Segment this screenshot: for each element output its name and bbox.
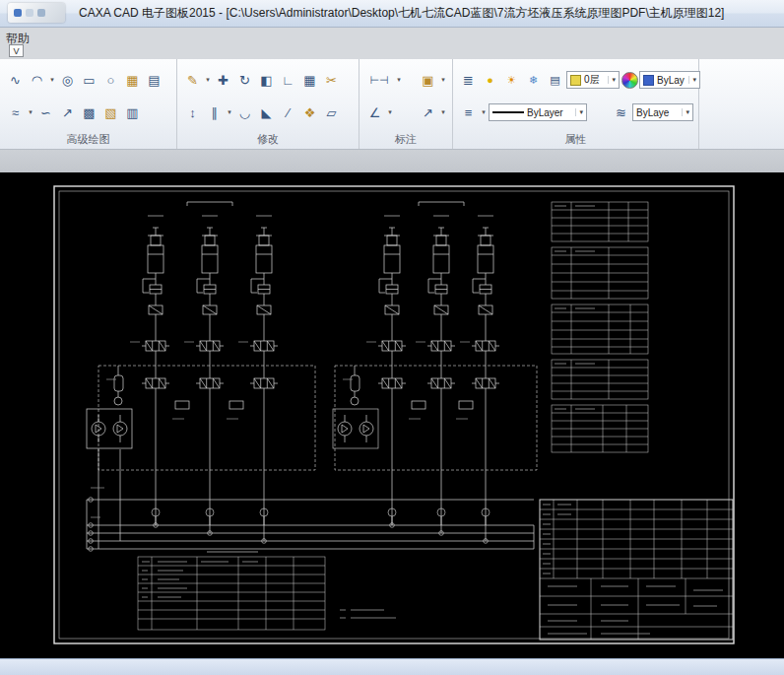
offset-icon[interactable]: ∥ (204, 102, 225, 123)
app-icon (8, 3, 65, 23)
spec-tables (552, 202, 648, 452)
polyline-icon[interactable]: ∽ (35, 102, 56, 123)
stretch-icon[interactable]: ↕ (182, 102, 203, 123)
arc-dropdown-caret[interactable]: ▾ (48, 76, 56, 84)
angle-dimension-icon[interactable]: ∠ (364, 102, 385, 123)
menu-strip: 帮助 V (0, 28, 784, 59)
spline-icon[interactable]: ∿ (5, 70, 26, 91)
arc-icon[interactable]: ◠ (27, 70, 47, 91)
wave-icon[interactable]: ≈ (5, 102, 26, 123)
table-text-marks (555, 206, 595, 409)
trim-icon[interactable]: ✂ (321, 70, 342, 91)
chamfer-icon[interactable]: ◣ (256, 102, 277, 123)
lineweight-dropdown-caret[interactable]: ▾ (480, 108, 488, 116)
title-block-text-marks (543, 505, 723, 634)
drawing-canvas[interactable] (0, 172, 784, 658)
solid-icon[interactable]: ▩ (79, 102, 99, 123)
layer-select-caret: ▾ (608, 76, 616, 84)
mirror-icon[interactable]: ◧ (256, 70, 277, 91)
erase-icon[interactable]: ✎ (182, 70, 203, 91)
status-bar (0, 658, 784, 675)
title-bar: CAXA CAD 电子图板2015 - [C:\Users\Administra… (0, 0, 784, 28)
version-dropdown-button[interactable]: V (9, 44, 24, 57)
break-icon[interactable]: ∕ (278, 102, 298, 123)
hydraulic-circuit-right (333, 202, 537, 470)
bus-lines (87, 449, 534, 551)
group-label-modify[interactable]: 修改 (177, 132, 359, 149)
ribbon-group-modify: ✎ ▾ ✚ ↻ ◧ ∟ ▦ ✂ ↕ ∥ ▾ ◡ ◣ ∕ ❖ ▱ 修改 (177, 59, 359, 149)
lineweight-select-value: ByLaye (636, 107, 669, 118)
fillet-icon[interactable]: ◡ (234, 102, 255, 123)
offset-dropdown-caret[interactable]: ▾ (226, 108, 233, 116)
color-wheel-icon[interactable] (621, 72, 638, 89)
rectangle-icon[interactable]: ▭ (79, 70, 99, 91)
group-label-properties[interactable]: 属性 (453, 132, 698, 149)
linetype-select[interactable]: ByLayer ▾ (489, 103, 587, 121)
color-chip (643, 75, 654, 86)
ribbon-group-advanced-draw: ∿ ◠ ▾ ◎ ▭ ○ ▦ ▤ ≈ ▾ ∽ ↗ ▩ ▧ ▥ 高级绘图 (0, 59, 177, 149)
print-icon[interactable]: ▤ (545, 70, 565, 91)
layer-select[interactable]: 0层 ▾ (566, 71, 620, 89)
dim-style-dropdown-caret[interactable]: ▾ (439, 76, 447, 84)
erase-dropdown-caret[interactable]: ▾ (204, 76, 212, 84)
scale-icon[interactable]: ∟ (278, 70, 298, 91)
ribbon-group-dimension: ⊢⊣ ▾ ▣ ▾ ∠ ▾ ↗ ▾ 标注 (359, 59, 453, 149)
rotate-icon[interactable]: ↻ (234, 70, 255, 91)
image-icon[interactable]: ▧ (100, 102, 121, 123)
layers-icon[interactable]: ≣ (458, 70, 479, 91)
circle-icon[interactable]: ○ (100, 70, 121, 91)
arrow-icon[interactable]: ↗ (57, 102, 78, 123)
lineweight-select-caret: ▾ (682, 108, 689, 116)
sun-icon[interactable]: ☀ (501, 70, 522, 91)
hydraulic-circuit-left (87, 202, 315, 470)
insert-table-icon[interactable]: ▥ (122, 102, 143, 123)
leader-icon[interactable]: ↗ (418, 102, 438, 123)
ribbon-group-properties: ≣ ● ☀ ❄ ▤ 0层 ▾ ByLay ▾ ≡ (453, 59, 699, 149)
parts-table-text-marks (142, 562, 258, 597)
block-icon[interactable]: ▦ (122, 70, 143, 91)
drawing-frame (54, 186, 734, 643)
color-select-caret: ▾ (688, 76, 696, 84)
junction-labels (152, 508, 490, 525)
cad-drawing (0, 172, 784, 658)
freeze-icon[interactable]: ❄ (523, 70, 544, 91)
ellipse-icon[interactable]: ◎ (57, 70, 78, 91)
window-title: CAXA CAD 电子图板2015 - [C:\Users\Administra… (79, 5, 724, 22)
parts-table (138, 552, 325, 630)
bulb-icon[interactable]: ● (480, 70, 500, 91)
linetype-select-caret: ▾ (575, 108, 583, 116)
group-label-dimension[interactable]: 标注 (359, 132, 452, 149)
notes (340, 610, 396, 618)
dimension-dropdown-caret[interactable]: ▾ (395, 76, 403, 84)
dim-style-icon[interactable]: ▣ (418, 70, 438, 91)
layer-select-value: 0层 (584, 73, 600, 87)
hatch-icon[interactable]: ≋ (611, 102, 631, 123)
component-text-marks (91, 342, 470, 517)
edit-icon[interactable]: ▱ (321, 102, 342, 123)
linetype-preview (492, 111, 524, 113)
leader-dropdown-caret[interactable]: ▾ (439, 108, 447, 116)
ribbon-filler (699, 59, 784, 149)
library-icon[interactable]: ▤ (144, 70, 164, 91)
linetype-select-value: ByLayer (527, 107, 563, 118)
layer-color-chip (570, 75, 581, 86)
array-icon[interactable]: ▦ (299, 70, 320, 91)
ribbon: ∿ ◠ ▾ ◎ ▭ ○ ▦ ▤ ≈ ▾ ∽ ↗ ▩ ▧ ▥ 高级绘图 (0, 59, 784, 150)
wave-dropdown-caret[interactable]: ▾ (27, 108, 34, 116)
explode-icon[interactable]: ❖ (299, 102, 320, 123)
move-icon[interactable]: ✚ (213, 70, 233, 91)
title-block (540, 500, 733, 640)
lineweight-icon[interactable]: ≡ (458, 102, 479, 123)
angle-dropdown-caret[interactable]: ▾ (386, 108, 394, 116)
color-select-value: ByLay (657, 75, 685, 86)
group-label-advanced-draw[interactable]: 高级绘图 (0, 132, 176, 149)
dimension-icon[interactable]: ⊢⊣ (364, 70, 394, 91)
lineweight-select[interactable]: ByLaye ▾ (632, 103, 693, 121)
ribbon-lower-strip (0, 150, 784, 172)
color-select[interactable]: ByLay ▾ (639, 71, 700, 89)
